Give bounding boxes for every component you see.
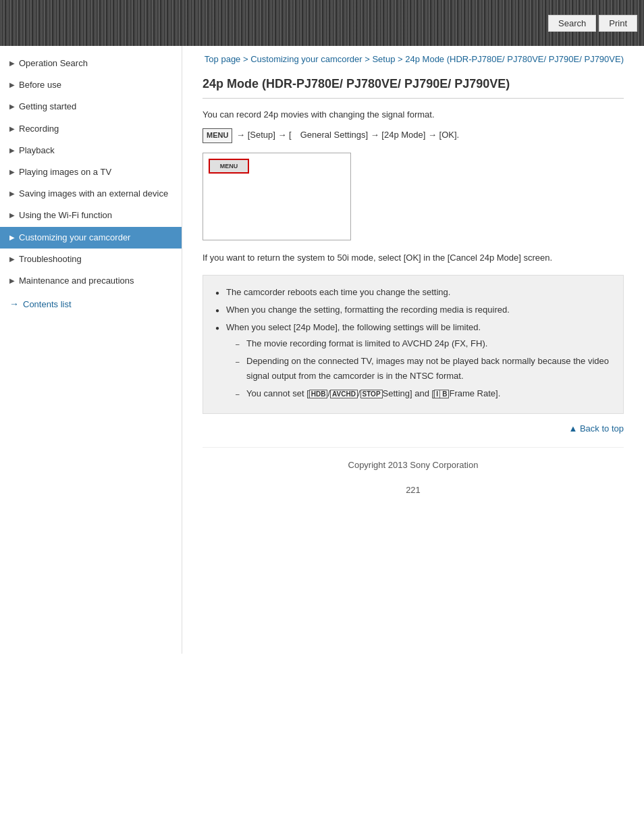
- arrow-icon: ▶: [9, 146, 15, 155]
- sidebar-item-playing-images[interactable]: ▶ Playing images on a TV: [0, 161, 182, 183]
- sidebar-item-playback[interactable]: ▶ Playback: [0, 140, 182, 161]
- breadcrumb-top[interactable]: Top page: [205, 54, 241, 64]
- note-item-1: The camcorder reboots each time you chan…: [215, 285, 611, 300]
- arrow-icon: ▶: [9, 167, 15, 177]
- sidebar-item-maintenance[interactable]: ▶ Maintenance and precautions: [0, 270, 182, 292]
- sidebar-label: Customizing your camcorder: [19, 232, 130, 244]
- sidebar-item-saving-images[interactable]: ▶ Saving images with an external device: [0, 183, 182, 205]
- arrow-icon: ▶: [9, 255, 15, 264]
- sidebar-item-recording[interactable]: ▶ Recording: [0, 118, 182, 140]
- breadcrumb-setup: Setup: [372, 54, 395, 64]
- arrow-right-icon: →: [9, 298, 19, 309]
- sidebar-label: Operation Search: [19, 57, 88, 70]
- sidebar-item-getting-started[interactable]: ▶ Getting started: [0, 96, 182, 118]
- notes-list: The camcorder reboots each time you chan…: [215, 285, 611, 402]
- sub-note-1: The movie recording format is limited to…: [236, 336, 611, 351]
- sidebar-label: Saving images with an external device: [19, 188, 168, 200]
- arrow-icon: ▶: [9, 80, 15, 90]
- menu-key: MENU: [203, 128, 232, 143]
- sidebar-item-before-use[interactable]: ▶ Before use: [0, 74, 182, 96]
- instruction-text: → [Setup] → [ General Settings] → [24p M…: [236, 130, 459, 140]
- breadcrumb-page: 24p Mode (HDR-PJ780E/ PJ780VE/ PJ790E/ P…: [405, 54, 624, 64]
- icon-hdr: HDB: [309, 390, 328, 398]
- sidebar-item-troubleshooting[interactable]: ▶ Troubleshooting: [0, 249, 182, 270]
- sidebar-label: Playing images on a TV: [19, 166, 111, 178]
- sidebar-label: Maintenance and precautions: [19, 275, 134, 287]
- description-text: You can record 24p movies with changing …: [203, 108, 624, 122]
- note-item-2: When you change the setting, formatting …: [215, 303, 611, 317]
- return-note: If you want to return the system to 50i …: [203, 251, 624, 265]
- arrow-icon: ▶: [9, 211, 15, 220]
- sidebar-label: Troubleshooting: [19, 253, 82, 265]
- sub-note-3: You cannot set [HDB/AVCHD/STOPSetting] a…: [236, 386, 611, 401]
- sidebar-label: Before use: [19, 79, 61, 91]
- arrow-icon: ▶: [9, 189, 15, 199]
- page-title: 24p Mode (HDR-PJ780E/ PJ780VE/ PJ790E/ P…: [203, 77, 624, 99]
- print-button[interactable]: Print: [599, 15, 637, 32]
- content-body: You can record 24p movies with changing …: [203, 108, 624, 415]
- icon-avchd: AVCHD: [330, 390, 358, 398]
- note-box: The camcorder reboots each time you chan…: [203, 275, 624, 415]
- sidebar-label: Recording: [19, 123, 59, 135]
- footer: Copyright 2013 Sony Corporation: [203, 447, 624, 477]
- back-to-top-link[interactable]: Back to top: [580, 423, 624, 434]
- content-area: Top page > Customizing your camcorder > …: [182, 46, 644, 654]
- arrow-icon: ▶: [9, 59, 15, 68]
- header: Search Print: [0, 0, 644, 46]
- menu-screenshot-inner: MENU: [209, 159, 249, 174]
- menu-screenshot: MENU: [203, 153, 351, 240]
- sidebar-label: Playback: [19, 145, 55, 157]
- arrow-icon: ▶: [9, 233, 15, 242]
- icon-stop: STOP: [360, 390, 383, 398]
- back-to-top[interactable]: ▲ Back to top: [203, 423, 624, 434]
- note-item-3: When you select [24p Mode], the followin…: [215, 320, 611, 401]
- icon-frame: I│B: [434, 390, 449, 398]
- sidebar-label: Using the Wi-Fi function: [19, 209, 112, 221]
- search-button[interactable]: Search: [548, 15, 596, 32]
- arrow-icon: ▶: [9, 102, 15, 111]
- contents-list-label: Contents list: [23, 299, 72, 309]
- sub-notes-list: The movie recording format is limited to…: [226, 336, 611, 401]
- sidebar-item-wifi[interactable]: ▶ Using the Wi-Fi function: [0, 205, 182, 226]
- sidebar-item-customizing[interactable]: ▶ Customizing your camcorder: [0, 227, 182, 249]
- breadcrumb: Top page > Customizing your camcorder > …: [203, 53, 624, 66]
- main-layout: ▶ Operation Search ▶ Before use ▶ Gettin…: [0, 46, 644, 654]
- contents-list-link[interactable]: → Contents list: [0, 292, 182, 316]
- sidebar-item-operation-search[interactable]: ▶ Operation Search: [0, 53, 182, 74]
- menu-instruction: MENU → [Setup] → [ General Settings] → […: [203, 128, 624, 143]
- breadcrumb-customizing[interactable]: Customizing your camcorder: [250, 54, 362, 64]
- page-number: 221: [203, 485, 624, 495]
- arrow-icon: ▶: [9, 124, 15, 134]
- copyright-text: Copyright 2013 Sony Corporation: [348, 460, 479, 470]
- sub-note-2: Depending on the connected TV, images ma…: [236, 354, 611, 384]
- sidebar-label: Getting started: [19, 101, 76, 113]
- sidebar: ▶ Operation Search ▶ Before use ▶ Gettin…: [0, 46, 182, 654]
- header-buttons: Search Print: [548, 15, 637, 32]
- arrow-icon: ▶: [9, 276, 15, 286]
